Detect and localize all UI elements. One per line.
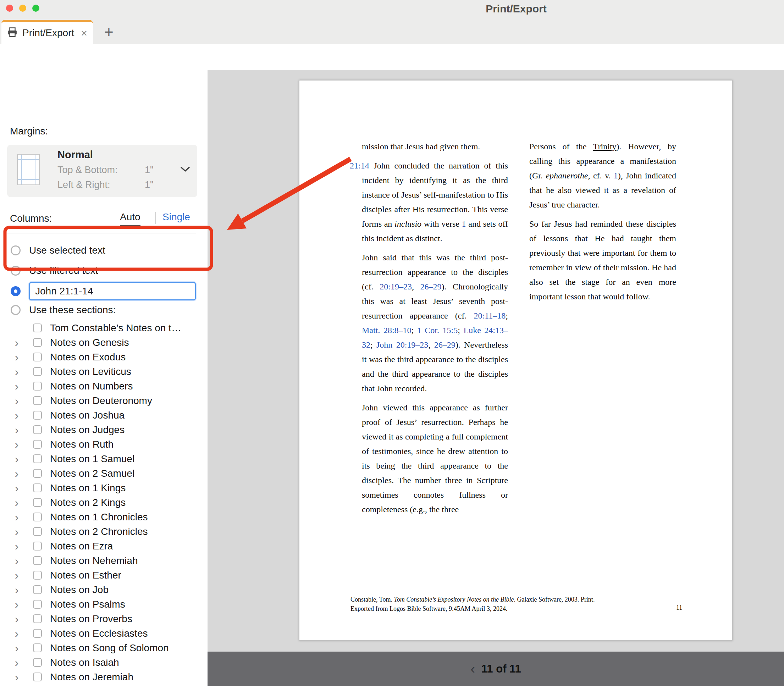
chevron-right-icon[interactable]: › — [12, 584, 21, 596]
chevron-right-icon[interactable]: › — [12, 351, 21, 363]
chevron-right-icon[interactable]: › — [12, 511, 21, 523]
radio-selected-icon[interactable] — [11, 286, 21, 296]
section-checkbox[interactable] — [33, 498, 42, 507]
scripture-reference-link[interactable]: Matt. 28:8–10 — [362, 326, 412, 335]
section-checkbox[interactable] — [33, 585, 42, 594]
section-row[interactable]: ›Notes on 1 Samuel — [0, 452, 207, 466]
chevron-right-icon[interactable]: › — [12, 453, 21, 465]
section-row[interactable]: ›Notes on Joshua — [0, 408, 207, 423]
section-row[interactable]: ›Notes on 2 Samuel — [0, 466, 207, 481]
section-row[interactable]: ›Notes on 2 Chronicles — [0, 524, 207, 539]
scripture-reference-link[interactable]: 21:14 — [350, 161, 369, 170]
section-row[interactable]: ›Notes on 1 Kings — [0, 481, 207, 495]
section-row[interactable]: ›Notes on Judges — [0, 423, 207, 437]
section-checkbox[interactable] — [33, 396, 42, 405]
section-row[interactable]: ›Notes on 2 Kings — [0, 495, 207, 510]
section-row[interactable]: ›Notes on Isaiah — [0, 655, 207, 670]
section-checkbox[interactable] — [33, 323, 42, 332]
section-row[interactable]: ›Notes on Nehemiah — [0, 553, 207, 568]
section-checkbox[interactable] — [33, 425, 42, 434]
use-selected-text-option[interactable]: Use selected text — [11, 245, 105, 256]
radio-unselected-icon[interactable] — [11, 245, 21, 255]
minimize-window-button[interactable] — [19, 5, 26, 12]
use-reference-option[interactable] — [11, 282, 196, 301]
chevron-right-icon[interactable]: › — [12, 642, 21, 654]
columns-auto-option[interactable]: Auto — [120, 211, 140, 226]
chevron-down-icon[interactable] — [180, 166, 190, 174]
chevron-right-icon[interactable]: › — [12, 526, 21, 537]
section-row[interactable]: ›Notes on 1 Chronicles — [0, 510, 207, 524]
section-checkbox[interactable] — [33, 353, 42, 361]
section-row[interactable]: ›Notes on Leviticus — [0, 364, 207, 379]
section-checkbox[interactable] — [33, 542, 42, 550]
section-row[interactable]: ›Notes on Genesis — [0, 335, 207, 350]
section-checkbox[interactable] — [33, 454, 42, 463]
chevron-right-icon[interactable]: › — [12, 541, 21, 552]
chevron-right-icon[interactable]: › — [12, 395, 21, 407]
section-checkbox[interactable] — [33, 600, 42, 609]
section-checkbox[interactable] — [33, 614, 42, 623]
section-checkbox[interactable] — [33, 483, 42, 492]
section-row[interactable]: ›Notes on Proverbs — [0, 611, 207, 626]
chevron-right-icon[interactable]: › — [12, 410, 21, 421]
chevron-right-icon[interactable]: › — [12, 468, 21, 479]
chevron-right-icon[interactable]: › — [12, 657, 21, 668]
section-checkbox[interactable] — [33, 673, 42, 681]
chevron-right-icon[interactable]: › — [12, 671, 21, 683]
section-row[interactable]: ›Notes on Numbers — [0, 379, 207, 394]
section-checkbox[interactable] — [33, 411, 42, 420]
section-row[interactable]: ›Notes on Job — [0, 582, 207, 597]
zoom-window-button[interactable] — [32, 5, 39, 12]
use-filtered-text-option[interactable]: Use filtered text — [11, 265, 98, 276]
chevron-right-icon[interactable]: › — [12, 439, 21, 450]
section-row[interactable]: ›Notes on Exodus — [0, 350, 207, 364]
section-checkbox[interactable] — [33, 513, 42, 521]
section-checkbox[interactable] — [33, 382, 42, 390]
reference-input[interactable] — [29, 282, 196, 301]
section-row[interactable]: ›Notes on Deuteronomy — [0, 394, 207, 408]
section-row[interactable]: ›Notes on Ecclesiastes — [0, 626, 207, 640]
section-checkbox[interactable] — [33, 527, 42, 536]
chevron-right-icon[interactable]: › — [12, 555, 21, 567]
section-row[interactable]: ›Notes on Jeremiah — [0, 670, 207, 684]
section-row[interactable]: ›Notes on Ezra — [0, 539, 207, 553]
scripture-reference-link[interactable]: 1 Cor. 15:5 — [417, 326, 457, 335]
chevron-right-icon[interactable]: › — [12, 482, 21, 494]
section-row[interactable]: ›Tom Constable’s Notes on t… — [0, 321, 207, 335]
radio-unselected-icon[interactable] — [11, 266, 21, 276]
scripture-reference-link[interactable]: 26–29 — [420, 282, 441, 291]
scripture-reference-link[interactable]: 20:11–18 — [474, 311, 506, 320]
section-checkbox[interactable] — [33, 469, 42, 478]
chevron-right-icon[interactable]: › — [12, 628, 21, 639]
close-tab-icon[interactable]: × — [81, 28, 87, 39]
scripture-reference-link[interactable]: John 20:19–23 — [376, 340, 428, 350]
section-row[interactable]: ›Notes on Song of Solomon — [0, 640, 207, 655]
chevron-right-icon[interactable]: › — [12, 570, 21, 581]
scripture-reference-link[interactable]: 1 — [462, 219, 466, 229]
new-tab-button[interactable]: + — [99, 20, 119, 44]
chevron-right-icon[interactable]: › — [12, 381, 21, 392]
chevron-right-icon[interactable]: › — [12, 497, 21, 508]
chevron-right-icon[interactable]: › — [12, 424, 21, 436]
section-checkbox[interactable] — [33, 658, 42, 667]
section-checkbox[interactable] — [33, 367, 42, 376]
use-these-sections-option[interactable]: Use these sections: — [11, 304, 116, 316]
section-checkbox[interactable] — [33, 338, 42, 347]
scripture-reference-link[interactable]: 26–29 — [434, 340, 456, 350]
margins-preset-dropdown[interactable]: Normal Top & Bottom: 1" Left & Right: 1" — [7, 145, 197, 197]
section-row[interactable]: ›Notes on Ruth — [0, 437, 207, 452]
section-row[interactable]: ›Notes on Lamentations — [0, 684, 207, 686]
scripture-reference-link[interactable]: 20:19–23 — [380, 282, 412, 291]
columns-single-option[interactable]: Single — [162, 211, 190, 223]
section-row[interactable]: ›Notes on Esther — [0, 568, 207, 582]
section-row[interactable]: ›Notes on Psalms — [0, 597, 207, 611]
section-checkbox[interactable] — [33, 571, 42, 580]
close-window-button[interactable] — [6, 5, 13, 12]
chevron-right-icon[interactable]: › — [12, 366, 21, 377]
section-checkbox[interactable] — [33, 629, 42, 638]
chevron-right-icon[interactable]: › — [12, 599, 21, 610]
section-checkbox[interactable] — [33, 644, 42, 652]
previous-page-icon[interactable]: ‹ — [470, 662, 475, 676]
chevron-right-icon[interactable]: › — [12, 613, 21, 625]
radio-unselected-icon[interactable] — [11, 305, 21, 315]
